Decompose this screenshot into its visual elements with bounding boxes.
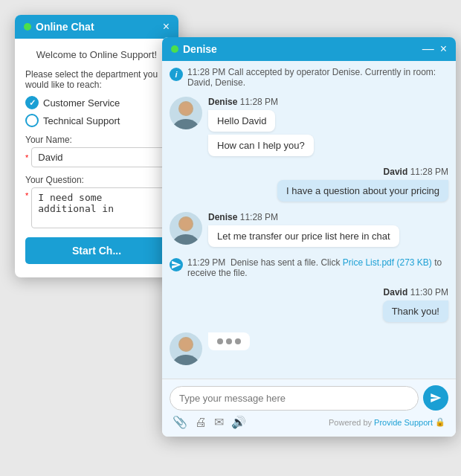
select-dept-text: Please select the department you would l… (25, 69, 168, 90)
lock-icon: 🔒 (435, 417, 445, 427)
powered-by-text: Powered by (329, 418, 372, 427)
user-name-time-2: David 11:30 PM (384, 287, 448, 298)
minimize-button[interactable]: — (422, 43, 434, 55)
agent-message-row-2: Denise 11:28 PM Let me transfer our pric… (170, 212, 448, 250)
attachment-icon[interactable]: 📎 (173, 415, 187, 429)
typing-indicator (208, 332, 250, 350)
question-textarea[interactable]: I need some additional in (31, 187, 168, 228)
welcome-text: Welcome to Online Support! (25, 49, 168, 60)
denise-titlebar: Denise — × (162, 37, 456, 61)
user-bubble-2: Thank you! (383, 300, 448, 322)
online-chat-title: Online Chat (36, 21, 94, 33)
user-message-row-2: David 11:30 PM Thank you! (170, 287, 448, 325)
name-required-star: * (25, 153, 28, 162)
file-notification: 11:29 PM Denise has sent a file. Click P… (170, 257, 448, 278)
online-status-dot (24, 23, 31, 30)
technical-support-label: Technical Support (43, 115, 120, 126)
question-label: Your Question: (25, 175, 168, 185)
agent-bubble-2: Let me transfer our price list here in c… (208, 225, 399, 247)
system-message: i 11:28 PM Call accepted by operator Den… (170, 67, 448, 88)
typing-dot-1 (217, 338, 223, 344)
info-icon: i (170, 68, 183, 81)
online-chat-close-button[interactable]: × (163, 21, 170, 33)
name-input[interactable] (31, 147, 168, 167)
system-message-text: 11:28 PM Call accepted by operator Denis… (187, 67, 448, 88)
titlebar-left: Online Chat (24, 21, 94, 33)
svg-point-5 (180, 218, 192, 230)
denise-titlebar-icons: — × (422, 43, 447, 55)
print-icon[interactable]: 🖨 (195, 416, 207, 429)
denise-avatar-1 (170, 97, 202, 129)
denise-titlebar-left: Denise (171, 43, 217, 55)
agent-name-time-2: Denise 11:28 PM (208, 212, 448, 222)
send-button[interactable] (423, 385, 448, 411)
question-required-star: * (25, 191, 28, 200)
agent-messages-content-2: Denise 11:28 PM Let me transfer our pric… (208, 212, 448, 250)
technical-support-option[interactable]: Technical Support (25, 114, 168, 127)
agent-bubble-1b: How can I help you? (208, 135, 314, 156)
agent-messages-content-1: Denise 11:28 PM Hello David How can I he… (208, 97, 448, 159)
message-input[interactable] (170, 386, 419, 411)
denise-title: Denise (183, 43, 217, 55)
agent-bubble-1a: Hello David (208, 110, 275, 132)
customer-service-radio[interactable] (25, 96, 39, 109)
start-chat-button[interactable]: Start Ch... (25, 237, 168, 264)
svg-point-8 (180, 338, 192, 350)
customer-service-option[interactable]: Customer Service (25, 96, 168, 109)
typing-dot-2 (226, 338, 232, 344)
toolbar-icons: 📎 🖨 ✉ 🔊 (173, 415, 246, 429)
customer-service-label: Customer Service (43, 97, 120, 109)
typing-dot-3 (235, 338, 241, 344)
agent-message-row-1: Denise 11:28 PM Hello David How can I he… (170, 97, 448, 159)
svg-point-7 (173, 355, 199, 365)
provide-support-link[interactable]: Provide Support (374, 418, 433, 427)
chat-toolbar: 📎 🖨 ✉ 🔊 Powered by Provide Support 🔒 (170, 411, 448, 431)
user-name-time-1: David 11:28 PM (384, 167, 448, 177)
chat-input-area: 📎 🖨 ✉ 🔊 Powered by Provide Support 🔒 (162, 379, 456, 437)
powered-by: Powered by Provide Support 🔒 (329, 417, 445, 427)
denise-avatar-2 (170, 212, 202, 245)
svg-point-1 (173, 119, 199, 129)
sound-icon[interactable]: 🔊 (231, 415, 246, 429)
typing-indicator-row (170, 332, 448, 365)
file-notification-text: 11:29 PM Denise has sent a file. Click P… (187, 257, 448, 278)
file-download-link[interactable]: Price List.pdf (273 KB) (343, 257, 432, 268)
chat-messages: i 11:28 PM Call accepted by operator Den… (162, 61, 456, 379)
denise-avatar-3 (170, 332, 202, 365)
online-chat-titlebar: Online Chat × (15, 15, 178, 39)
online-chat-body: Welcome to Online Support! Please select… (15, 39, 178, 277)
technical-support-radio[interactable] (25, 114, 39, 127)
online-chat-window: Online Chat × Welcome to Online Support!… (15, 15, 178, 277)
denise-close-button[interactable]: × (440, 43, 447, 55)
file-send-icon (170, 258, 183, 271)
user-bubble-1: I have a question about your pricing (277, 180, 448, 202)
denise-chat-window: Denise — × i 11:28 PM Call accepted by o… (162, 37, 456, 437)
name-label: Your Name: (25, 135, 168, 145)
denise-status-dot (171, 45, 178, 53)
input-row (170, 385, 448, 411)
email-icon[interactable]: ✉ (214, 415, 224, 429)
user-message-row-1: David 11:28 PM I have a question about y… (170, 167, 448, 205)
agent-name-time-1: Denise 11:28 PM (208, 97, 448, 107)
svg-point-4 (173, 234, 199, 245)
svg-point-2 (180, 103, 192, 115)
